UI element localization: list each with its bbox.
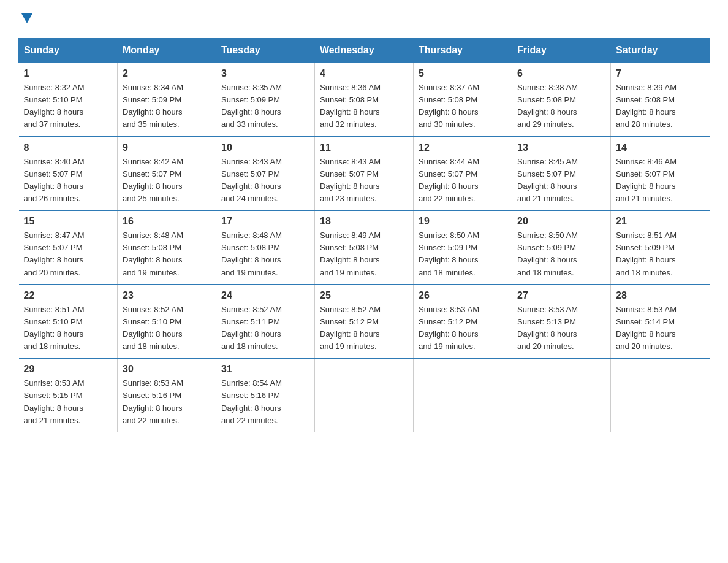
calendar-cell: 21 Sunrise: 8:51 AM Sunset: 5:09 PM Dayl… bbox=[611, 210, 710, 285]
column-header-friday: Friday bbox=[512, 39, 611, 63]
day-number: 24 bbox=[221, 290, 309, 301]
daylight-label: Daylight: 8 hours bbox=[320, 329, 380, 339]
daylight-minutes: and 30 minutes. bbox=[419, 120, 476, 129]
daylight-minutes: and 26 minutes. bbox=[24, 194, 81, 203]
day-info: Sunrise: 8:46 AM Sunset: 5:07 PM Dayligh… bbox=[616, 156, 705, 205]
daylight-minutes: and 25 minutes. bbox=[123, 194, 180, 203]
svg-marker-0 bbox=[21, 13, 32, 23]
day-info: Sunrise: 8:54 AM Sunset: 5:16 PM Dayligh… bbox=[221, 377, 309, 427]
day-info: Sunrise: 8:36 AM Sunset: 5:08 PM Dayligh… bbox=[320, 82, 408, 131]
daylight-label: Daylight: 8 hours bbox=[123, 404, 183, 413]
day-info: Sunrise: 8:52 AM Sunset: 5:12 PM Dayligh… bbox=[320, 304, 408, 353]
calendar-table: SundayMondayTuesdayWednesdayThursdayFrid… bbox=[18, 38, 710, 432]
daylight-minutes: and 21 minutes. bbox=[24, 416, 81, 425]
daylight-label: Daylight: 8 hours bbox=[616, 255, 676, 264]
daylight-minutes: and 18 minutes. bbox=[616, 268, 673, 277]
daylight-label: Daylight: 8 hours bbox=[123, 182, 183, 191]
sunset-label: Sunset: 5:08 PM bbox=[517, 95, 576, 104]
calendar-cell: 14 Sunrise: 8:46 AM Sunset: 5:07 PM Dayl… bbox=[611, 137, 710, 211]
daylight-minutes: and 21 minutes. bbox=[616, 194, 673, 203]
calendar-cell: 27 Sunrise: 8:53 AM Sunset: 5:13 PM Dayl… bbox=[512, 285, 611, 359]
day-info: Sunrise: 8:51 AM Sunset: 5:10 PM Dayligh… bbox=[24, 304, 113, 353]
daylight-label: Daylight: 8 hours bbox=[517, 107, 577, 117]
calendar-cell: 30 Sunrise: 8:53 AM Sunset: 5:16 PM Dayl… bbox=[118, 358, 216, 432]
daylight-label: Daylight: 8 hours bbox=[616, 329, 676, 339]
sunrise-label: Sunrise: 8:54 AM bbox=[221, 378, 282, 388]
day-number: 20 bbox=[517, 216, 605, 227]
day-number: 16 bbox=[123, 216, 211, 227]
sunset-label: Sunset: 5:11 PM bbox=[221, 317, 280, 326]
day-number: 18 bbox=[320, 216, 408, 227]
day-number: 23 bbox=[123, 290, 211, 301]
day-info: Sunrise: 8:50 AM Sunset: 5:09 PM Dayligh… bbox=[517, 229, 605, 279]
sunset-label: Sunset: 5:10 PM bbox=[24, 95, 83, 104]
calendar-cell bbox=[512, 358, 611, 432]
day-number: 30 bbox=[123, 364, 211, 375]
day-info: Sunrise: 8:48 AM Sunset: 5:08 PM Dayligh… bbox=[221, 229, 309, 279]
day-info: Sunrise: 8:40 AM Sunset: 5:07 PM Dayligh… bbox=[24, 156, 113, 205]
day-info: Sunrise: 8:38 AM Sunset: 5:08 PM Dayligh… bbox=[517, 82, 605, 131]
daylight-minutes: and 18 minutes. bbox=[24, 342, 81, 351]
daylight-minutes: and 22 minutes. bbox=[123, 416, 180, 425]
calendar-cell bbox=[315, 358, 414, 432]
daylight-minutes: and 33 minutes. bbox=[221, 120, 278, 129]
day-number: 15 bbox=[24, 216, 113, 227]
daylight-minutes: and 19 minutes. bbox=[123, 268, 180, 277]
daylight-minutes: and 18 minutes. bbox=[123, 342, 180, 351]
day-info: Sunrise: 8:53 AM Sunset: 5:16 PM Dayligh… bbox=[123, 377, 211, 427]
daylight-label: Daylight: 8 hours bbox=[419, 329, 479, 339]
day-number: 31 bbox=[221, 364, 309, 375]
sunrise-label: Sunrise: 8:52 AM bbox=[123, 305, 183, 314]
sunset-label: Sunset: 5:07 PM bbox=[320, 169, 379, 178]
daylight-label: Daylight: 8 hours bbox=[517, 255, 577, 264]
calendar-cell: 4 Sunrise: 8:36 AM Sunset: 5:08 PM Dayli… bbox=[315, 63, 414, 137]
calendar-cell: 29 Sunrise: 8:53 AM Sunset: 5:15 PM Dayl… bbox=[19, 358, 118, 432]
day-info: Sunrise: 8:48 AM Sunset: 5:08 PM Dayligh… bbox=[123, 229, 211, 279]
daylight-label: Daylight: 8 hours bbox=[24, 182, 84, 191]
daylight-label: Daylight: 8 hours bbox=[123, 107, 183, 117]
sunrise-label: Sunrise: 8:48 AM bbox=[221, 231, 282, 240]
daylight-minutes: and 19 minutes. bbox=[320, 342, 377, 351]
day-number: 10 bbox=[221, 142, 309, 153]
day-number: 25 bbox=[320, 290, 408, 301]
daylight-label: Daylight: 8 hours bbox=[616, 107, 676, 117]
calendar-cell: 28 Sunrise: 8:53 AM Sunset: 5:14 PM Dayl… bbox=[611, 285, 710, 359]
daylight-label: Daylight: 8 hours bbox=[419, 255, 479, 264]
daylight-label: Daylight: 8 hours bbox=[24, 329, 84, 339]
daylight-label: Daylight: 8 hours bbox=[123, 329, 183, 339]
sunset-label: Sunset: 5:07 PM bbox=[419, 169, 477, 178]
daylight-minutes: and 18 minutes. bbox=[419, 268, 476, 277]
calendar-cell: 15 Sunrise: 8:47 AM Sunset: 5:07 PM Dayl… bbox=[19, 210, 118, 285]
daylight-label: Daylight: 8 hours bbox=[24, 404, 84, 413]
sunset-label: Sunset: 5:09 PM bbox=[616, 243, 675, 252]
calendar-cell: 22 Sunrise: 8:51 AM Sunset: 5:10 PM Dayl… bbox=[19, 285, 118, 359]
sunrise-label: Sunrise: 8:40 AM bbox=[24, 157, 85, 166]
column-header-thursday: Thursday bbox=[414, 39, 512, 63]
calendar-cell: 20 Sunrise: 8:50 AM Sunset: 5:09 PM Dayl… bbox=[512, 210, 611, 285]
sunrise-label: Sunrise: 8:47 AM bbox=[24, 231, 85, 240]
sunset-label: Sunset: 5:10 PM bbox=[123, 317, 181, 326]
sunset-label: Sunset: 5:08 PM bbox=[616, 95, 675, 104]
sunset-label: Sunset: 5:09 PM bbox=[123, 95, 181, 104]
daylight-label: Daylight: 8 hours bbox=[320, 182, 380, 191]
sunrise-label: Sunrise: 8:53 AM bbox=[123, 378, 183, 388]
calendar-cell: 7 Sunrise: 8:39 AM Sunset: 5:08 PM Dayli… bbox=[611, 63, 710, 137]
day-number: 26 bbox=[419, 290, 507, 301]
logo bbox=[18, 12, 34, 26]
daylight-minutes: and 32 minutes. bbox=[320, 120, 377, 129]
sunrise-label: Sunrise: 8:50 AM bbox=[517, 231, 578, 240]
sunrise-label: Sunrise: 8:53 AM bbox=[24, 378, 85, 388]
day-info: Sunrise: 8:53 AM Sunset: 5:14 PM Dayligh… bbox=[616, 304, 705, 353]
day-info: Sunrise: 8:45 AM Sunset: 5:07 PM Dayligh… bbox=[517, 156, 605, 205]
column-header-tuesday: Tuesday bbox=[216, 39, 315, 63]
sunset-label: Sunset: 5:16 PM bbox=[123, 391, 181, 400]
daylight-label: Daylight: 8 hours bbox=[320, 107, 380, 117]
column-header-monday: Monday bbox=[118, 39, 216, 63]
calendar-cell: 24 Sunrise: 8:52 AM Sunset: 5:11 PM Dayl… bbox=[216, 285, 315, 359]
day-number: 8 bbox=[24, 142, 113, 153]
sunrise-label: Sunrise: 8:34 AM bbox=[123, 83, 183, 92]
sunrise-label: Sunrise: 8:53 AM bbox=[517, 305, 578, 314]
daylight-minutes: and 18 minutes. bbox=[517, 268, 574, 277]
sunset-label: Sunset: 5:16 PM bbox=[221, 391, 280, 400]
calendar-cell: 26 Sunrise: 8:53 AM Sunset: 5:12 PM Dayl… bbox=[414, 285, 512, 359]
